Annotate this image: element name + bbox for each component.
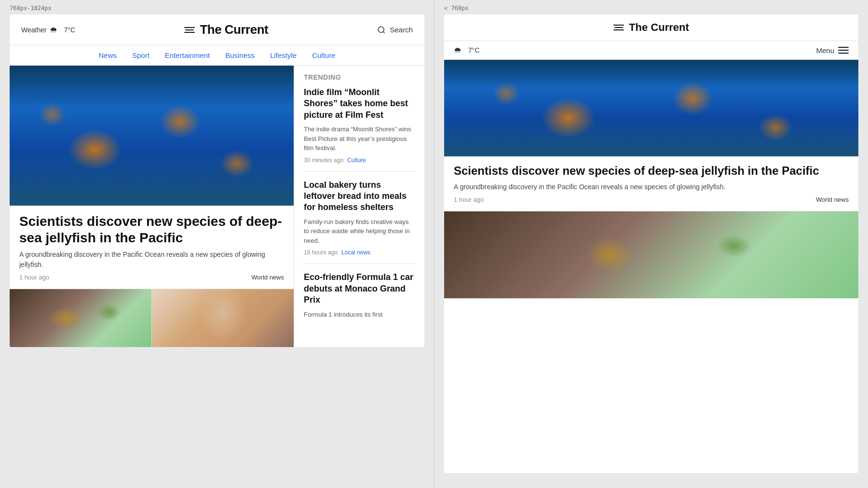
mobile-temperature: 7°C <box>468 46 480 54</box>
logo-section[interactable]: The Current <box>184 22 268 37</box>
panel-narrow: < 768px The Current 7°C Menu <box>434 0 868 488</box>
nav-item-business[interactable]: Business <box>225 51 255 59</box>
mobile-hero-category: World news <box>816 196 849 203</box>
hero-title[interactable]: Scientists discover new species of deep-… <box>10 206 294 250</box>
nav-item-lifestyle[interactable]: Lifestyle <box>270 51 297 59</box>
panel-wide: 768px-1024px Weather 7°C The Current Se <box>0 0 434 488</box>
trending-time-2: 18 hours ago <box>304 249 338 256</box>
trending-category-1[interactable]: Culture <box>347 157 366 164</box>
nav-item-entertainment[interactable]: Entertainment <box>165 51 210 59</box>
trending-title-1: Indie film “Moonlit Shores” takes home b… <box>304 87 415 121</box>
trending-category-2[interactable]: Local news <box>341 249 370 256</box>
mobile-newspaper: The Current 7°C Menu Scientists discover… <box>444 14 858 473</box>
trending-time-1: 30 minutes ago <box>304 157 343 164</box>
svg-point-0 <box>379 27 384 32</box>
trending-title-3: Eco-friendly Formula 1 car debuts at Mon… <box>304 272 415 306</box>
mobile-hero-meta: 1 hour ago World news <box>444 196 858 211</box>
hero-category: World news <box>251 274 284 281</box>
main-nav: News Sport Entertainment Business Lifest… <box>10 45 424 66</box>
trending-article-1[interactable]: Indie film “Moonlit Shores” takes home b… <box>304 87 415 172</box>
jellyfish-background <box>10 66 294 206</box>
trending-desc-3: Formula 1 introduces its first <box>304 310 415 320</box>
trending-article-2[interactable]: Local bakery turns leftover bread into m… <box>304 180 415 265</box>
mobile-hero-time: 1 hour ago <box>454 196 484 203</box>
mobile-header: The Current <box>444 14 858 41</box>
bottom-articles <box>10 289 294 347</box>
mobile-weather: 7°C <box>454 46 480 55</box>
trending-title-2: Local bakery turns leftover bread into m… <box>304 180 415 213</box>
weather-label: Weather <box>21 26 47 34</box>
mobile-hero-title[interactable]: Scientists discover new species of deep-… <box>444 156 858 182</box>
nav-item-culture[interactable]: Culture <box>312 51 335 59</box>
hero-description: A groundbreaking discovery in the Pacifi… <box>10 250 294 274</box>
weather-icon <box>50 26 61 34</box>
mobile-pasta-image <box>444 211 858 298</box>
bottom-article-1-image <box>10 289 151 347</box>
mobile-weather-icon <box>454 46 465 55</box>
panel-label-narrow: < 768px <box>444 5 469 12</box>
hamburger-icon <box>838 47 849 54</box>
newspaper-wide: Weather 7°C The Current Search News <box>10 14 424 347</box>
main-content: Scientists discover new species of deep-… <box>10 66 424 347</box>
search-icon <box>377 26 386 34</box>
hero-time: 1 hour ago <box>19 274 49 281</box>
right-sidebar: Trending Indie film “Moonlit Shores” tak… <box>294 66 424 347</box>
panel-label-wide: 768px-1024px <box>10 5 52 12</box>
mobile-menu-label: Menu <box>816 46 834 55</box>
bottom-article-1[interactable] <box>10 289 152 347</box>
waves-icon <box>184 27 195 33</box>
mobile-subheader: 7°C Menu <box>444 41 858 60</box>
left-column: Scientists discover new species of deep-… <box>10 66 294 347</box>
site-title: The Current <box>200 22 268 37</box>
trending-desc-1: The indie drama “Moonlit Shores” wins Be… <box>304 125 415 153</box>
hero-meta: 1 hour ago World news <box>10 274 294 289</box>
mobile-hero-image <box>444 60 858 156</box>
trending-desc-2: Family-run bakery finds creative ways to… <box>304 217 415 246</box>
hero-image <box>10 66 294 206</box>
nav-item-sport[interactable]: Sport <box>132 51 149 59</box>
trending-article-3[interactable]: Eco-friendly Formula 1 car debuts at Mon… <box>304 272 415 331</box>
mobile-logo[interactable]: The Current <box>613 21 689 34</box>
trending-meta-2: 18 hours ago Local news <box>304 249 415 256</box>
mobile-waves-icon <box>613 25 624 30</box>
mobile-site-title: The Current <box>629 21 689 34</box>
bottom-article-2[interactable] <box>152 289 294 347</box>
header: Weather 7°C The Current Search <box>10 14 424 45</box>
mobile-menu-button[interactable]: Menu <box>816 46 849 55</box>
mobile-hero-desc: A groundbreaking discovery in the Pacifi… <box>444 182 858 196</box>
trending-label: Trending <box>304 73 415 81</box>
mobile-jellyfish-bg <box>444 60 858 156</box>
search-label: Search <box>390 26 413 34</box>
search-button[interactable]: Search <box>377 26 413 34</box>
temperature: 7°C <box>64 26 76 34</box>
trending-meta-1: 30 minutes ago Culture <box>304 157 415 164</box>
nav-item-news[interactable]: News <box>98 51 117 59</box>
bottom-article-2-image <box>152 289 294 347</box>
weather-section: Weather 7°C <box>21 26 75 34</box>
